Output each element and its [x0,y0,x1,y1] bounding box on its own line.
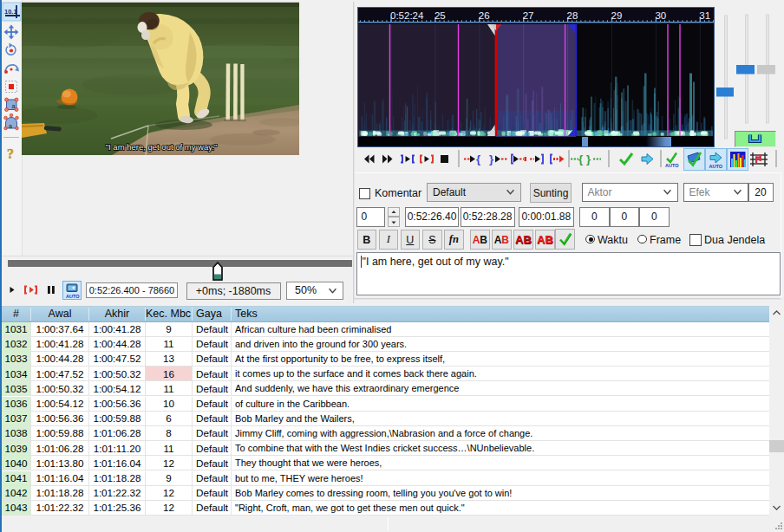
svg-text:10.1: 10.1 [4,8,17,16]
svg-text:28: 28 [567,10,578,21]
svg-text:AUTO: AUTO [665,163,679,168]
svg-text:AUTO: AUTO [66,294,80,299]
svg-text:26: 26 [479,10,490,21]
svg-text:a: a [12,103,16,109]
svg-text:{: { [578,152,583,165]
svg-text:29: 29 [611,10,623,21]
svg-text:}: } [586,152,591,165]
svg-text:}: } [489,152,493,165]
svg-text:"I am here, get out of my way.: "I am here, get out of my way." [106,142,218,152]
svg-text:27: 27 [523,10,534,21]
svg-text:AUTO: AUTO [709,164,723,169]
svg-text:a: a [9,123,12,129]
svg-text:0:52:24: 0:52:24 [390,10,424,21]
svg-text:?: ? [7,146,14,161]
svg-text:25: 25 [434,10,446,21]
svg-text:31: 31 [699,10,710,21]
svg-text:{: { [476,152,480,165]
svg-text:30: 30 [655,10,666,21]
